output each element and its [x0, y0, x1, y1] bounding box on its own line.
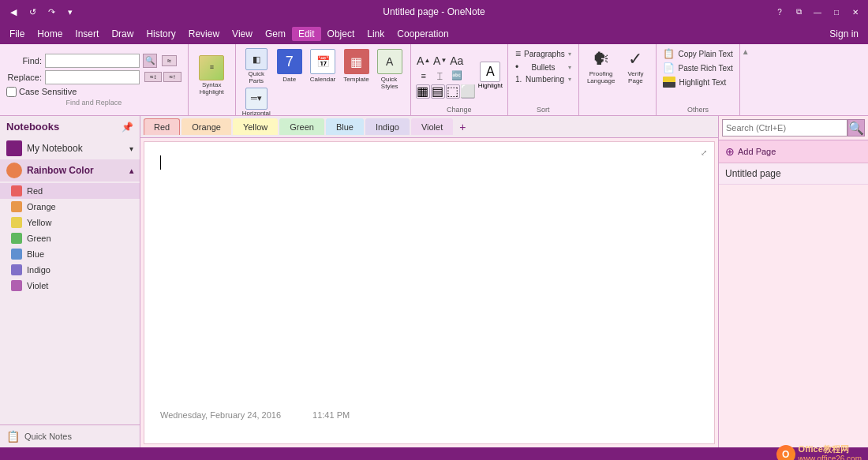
quick-notes-item[interactable]: 📋 Quick Notes: [0, 424, 140, 447]
font-case-button[interactable]: Aa: [449, 54, 465, 68]
find-search-button[interactable]: 🔍: [143, 54, 157, 68]
tab-orange[interactable]: Orange: [181, 118, 231, 135]
page-list-item-untitled[interactable]: Untitled page: [719, 163, 868, 185]
restore-window-button[interactable]: ⧉: [792, 6, 805, 18]
tab-red-label: Red: [154, 122, 170, 132]
add-page-button[interactable]: ⊕ Add Page: [719, 140, 868, 163]
menu-draw[interactable]: Draw: [105, 27, 140, 41]
tab-violet-label: Violet: [421, 122, 443, 132]
verify-page-button[interactable]: ✓ VerifyPage: [619, 47, 651, 87]
menu-history[interactable]: History: [140, 27, 181, 41]
quick-styles-button[interactable]: A QuickStyles: [374, 47, 406, 92]
search-button[interactable]: 🔍: [847, 119, 865, 137]
section-item-red[interactable]: Red: [0, 183, 140, 199]
menu-view[interactable]: View: [226, 27, 259, 41]
format-btn-3[interactable]: ⬚: [446, 84, 460, 99]
close-button[interactable]: ✕: [849, 6, 862, 18]
office-icon: O: [776, 445, 795, 461]
tab-indigo[interactable]: Indigo: [365, 118, 410, 135]
template-button[interactable]: ▦ Template: [340, 47, 372, 84]
search-input[interactable]: [722, 119, 847, 137]
ribbon-collapse[interactable]: ▲: [740, 44, 751, 115]
watermark-text-group: Office教程网 www.office26.com: [799, 444, 862, 460]
tab-violet[interactable]: Violet: [411, 118, 453, 135]
menu-gem[interactable]: Gem: [259, 27, 292, 41]
sort-label: Sort: [537, 104, 550, 114]
menu-object[interactable]: Object: [321, 27, 361, 41]
find-input[interactable]: [45, 54, 140, 68]
replace-input[interactable]: [45, 70, 140, 84]
help-button[interactable]: ?: [773, 6, 786, 18]
redo-button[interactable]: ↷: [44, 5, 58, 19]
bullets-dropdown-arrow: ▾: [568, 64, 571, 71]
maximize-button[interactable]: □: [830, 6, 843, 18]
menu-link[interactable]: Link: [361, 27, 391, 41]
quick-parts-button[interactable]: ◧ QuickParts: [244, 47, 269, 86]
expand-page-button[interactable]: ⤢: [697, 145, 711, 159]
back-button[interactable]: ◀: [6, 5, 21, 19]
font-grow-button[interactable]: A▲: [416, 54, 432, 68]
replace-button[interactable]: ≈: [162, 55, 177, 66]
menu-edit[interactable]: Edit: [292, 27, 321, 41]
minimize-button[interactable]: —: [811, 6, 824, 18]
orange-dot: [11, 201, 22, 212]
copy-plain-text-button[interactable]: 📋 Copy Plain Text: [661, 47, 734, 60]
tab-yellow[interactable]: Yellow: [233, 118, 278, 135]
replace-all-button[interactable]: ≈↕: [144, 72, 162, 82]
bullets-button[interactable]: • Bullets ▾: [513, 61, 574, 73]
violet-dot: [11, 280, 22, 291]
sign-in-button[interactable]: Sign in: [823, 27, 865, 41]
menu-file[interactable]: File: [3, 27, 31, 41]
rainbow-color-header[interactable]: Rainbow Color ▴: [0, 159, 140, 181]
menu-review[interactable]: Review: [182, 27, 226, 41]
highlight-text-button[interactable]: Highlight Text: [661, 76, 734, 88]
highlight-button[interactable]: A: [480, 62, 500, 82]
numbering-button[interactable]: 1. Numbering ▾: [513, 74, 574, 84]
indent-button[interactable]: ≡: [416, 69, 432, 83]
page-date: Wednesday, February 24, 2016: [160, 410, 281, 420]
blue-label: Blue: [27, 249, 44, 259]
format-btn-1[interactable]: ▦: [416, 84, 430, 99]
paragraphs-label: Paragraphs: [524, 50, 565, 58]
tab-blue[interactable]: Blue: [326, 118, 364, 135]
section-collapse-icon: ▴: [129, 166, 133, 175]
section-item-indigo[interactable]: Indigo: [0, 262, 140, 278]
customize-button[interactable]: ▾: [63, 5, 77, 19]
section-item-green[interactable]: Green: [0, 230, 140, 246]
menu-cooperation[interactable]: Cooperation: [391, 27, 455, 41]
page-content[interactable]: [144, 142, 714, 182]
paragraphs-button[interactable]: ≡ Paragraphs ▾: [513, 47, 574, 60]
ribbon-collapse-icon[interactable]: ▲: [742, 47, 750, 56]
section-item-blue[interactable]: Blue: [0, 246, 140, 262]
section-item-violet[interactable]: Violet: [0, 278, 140, 294]
menu-home[interactable]: Home: [31, 27, 69, 41]
text-color-button[interactable]: 🔤: [449, 69, 465, 83]
quick-notes-label: Quick Notes: [24, 432, 72, 441]
rainbow-color-icon: [6, 163, 22, 178]
template-icon: ▦: [344, 49, 369, 74]
green-dot: [11, 233, 22, 244]
section-item-orange[interactable]: Orange: [0, 199, 140, 215]
notebooks-header: Notebooks 📌: [0, 116, 140, 137]
tab-green[interactable]: Green: [279, 118, 324, 135]
green-label: Green: [27, 234, 51, 243]
title-bar: ◀ ↺ ↷ ▾ Untitled page - OneNote ? ⧉ — □ …: [0, 0, 868, 24]
font-shrink-button[interactable]: A▼: [432, 54, 448, 68]
calendar-button[interactable]: 📅 Calendar: [307, 47, 339, 84]
section-item-yellow[interactable]: Yellow: [0, 215, 140, 230]
format-btn-4[interactable]: ⬜: [461, 84, 475, 99]
replace-once-button[interactable]: ≈↑: [163, 72, 181, 82]
undo-button[interactable]: ↺: [25, 5, 39, 19]
clear-format-button[interactable]: ⌶: [432, 69, 448, 83]
date-button[interactable]: 7 Date: [274, 47, 305, 84]
find-replace-group-label: Find and Replace: [6, 99, 181, 107]
menu-insert[interactable]: Insert: [69, 27, 105, 41]
tab-red[interactable]: Red: [144, 118, 180, 135]
format-btn-2[interactable]: ▤: [431, 84, 445, 99]
my-notebook-item[interactable]: My Notebook ▾: [0, 137, 140, 159]
paste-rich-text-button[interactable]: 📄 Paste Rich Text: [661, 62, 734, 74]
case-sensitive-checkbox[interactable]: [6, 87, 17, 97]
syntax-highlight-button[interactable]: ≡ SyntaxHighlight: [196, 54, 227, 98]
proofing-language-button[interactable]: 🗣 ProofingLanguage: [584, 47, 619, 87]
add-tab-button[interactable]: +: [455, 119, 470, 135]
